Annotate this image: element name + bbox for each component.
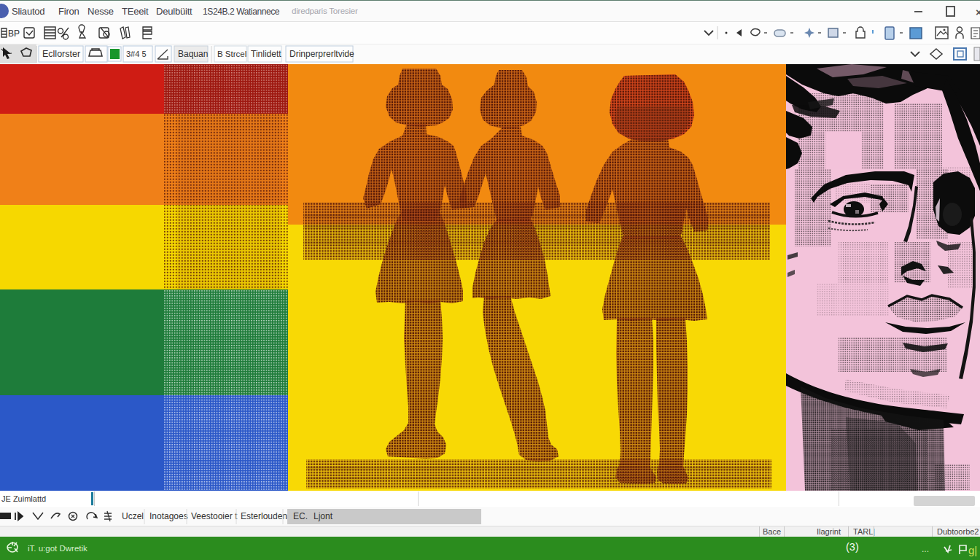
svg-text:Ecllorster: Ecllorster (42, 49, 80, 59)
svg-text:3#4 5: 3#4 5 (126, 50, 147, 58)
svg-text:Veestooier t: Veestooier t (191, 511, 238, 521)
svg-text:Ljont: Ljont (314, 511, 333, 521)
svg-text:EC.: EC. (293, 511, 308, 521)
svg-text:Inotagoes: Inotagoes (149, 511, 188, 521)
svg-text:Esterlouden: Esterlouden (241, 511, 287, 521)
svg-text:Drinperprerltvide: Drinperprerltvide (289, 49, 354, 59)
svg-text:...: ... (922, 544, 929, 554)
svg-text:Baquan: Baquan (178, 49, 208, 59)
svg-text:g|: g| (968, 544, 977, 556)
svg-text:Uczel: Uczel (122, 511, 144, 521)
svg-text:Tinlidett: Tinlidett (251, 49, 281, 59)
svg-text:B Strcel: B Strcel (217, 50, 246, 58)
svg-text:BP: BP (8, 28, 20, 39)
